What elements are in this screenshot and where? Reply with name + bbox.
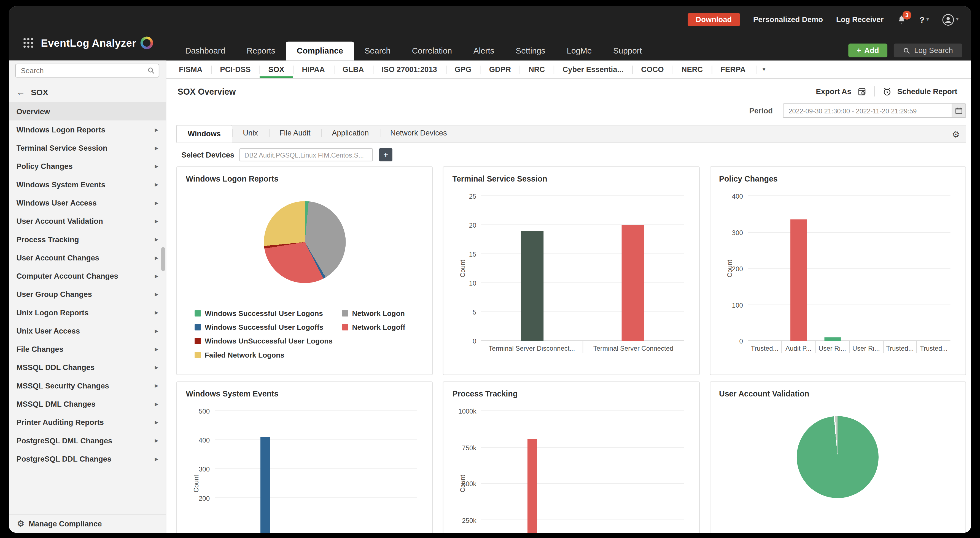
legend-item[interactable]: Windows Successful User Logons (194, 310, 342, 317)
calendar-button[interactable] (951, 104, 966, 118)
sidebar-item-user-group-changes[interactable]: User Group Changes▸ (9, 285, 165, 303)
apps-grid-icon[interactable] (22, 37, 34, 49)
page-title: SOX Overview (178, 87, 235, 96)
plot-area: Count0510152025Terminal Server Disconnec… (482, 196, 684, 341)
compliance-tab-coco[interactable]: COCO (632, 61, 673, 78)
bar[interactable] (622, 225, 644, 341)
download-button[interactable]: Download (687, 13, 740, 26)
schedule-report-button[interactable]: Schedule Report (897, 87, 958, 96)
sidebar-item-postgresql-dml-changes[interactable]: PostgreSQL DML Changes▸ (9, 431, 165, 449)
more-tabs-button[interactable]: ▾ (756, 61, 773, 78)
bar-slot (549, 411, 582, 533)
bar[interactable] (791, 220, 807, 341)
nav-item-logme[interactable]: LogMe (556, 42, 603, 61)
log-receiver-link[interactable]: Log Receiver (836, 15, 883, 24)
nav-item-correlation[interactable]: Correlation (401, 42, 463, 61)
y-tick-label: 0 (740, 337, 743, 345)
bar[interactable] (520, 231, 543, 341)
sidebar-item-file-changes[interactable]: File Changes▸ (9, 340, 165, 358)
manage-compliance-button[interactable]: ⚙ Manage Compliance (9, 514, 165, 533)
nav-item-compliance[interactable]: Compliance (286, 42, 354, 61)
sidebar-item-policy-changes[interactable]: Policy Changes▸ (9, 157, 165, 175)
view-tab-unix[interactable]: Unix (232, 125, 269, 142)
legend-item[interactable]: Windows Successful User Logoffs (194, 323, 342, 331)
export-history-icon[interactable] (857, 87, 866, 96)
bar-slot (316, 411, 350, 533)
sidebar-item-windows-logon-reports[interactable]: Windows Logon Reports▸ (9, 120, 165, 139)
compliance-tab-fisma[interactable]: FISMA (170, 61, 211, 78)
compliance-tab-nerc[interactable]: NERC (673, 61, 712, 78)
y-tick-label: 300 (199, 465, 210, 473)
nav-item-alerts[interactable]: Alerts (463, 42, 505, 61)
personalized-demo-link[interactable]: Personalized Demo (753, 15, 823, 24)
notifications-button[interactable]: 3 (897, 14, 906, 25)
chevron-right-icon: ▸ (155, 236, 158, 243)
sidebar-scrollbar[interactable] (161, 247, 165, 271)
bar[interactable] (261, 437, 270, 533)
nav-item-support[interactable]: Support (603, 42, 652, 61)
nav-item-settings[interactable]: Settings (505, 42, 556, 61)
pie-chart[interactable] (797, 416, 879, 498)
sidebar-item-postgresql-ddl-changes[interactable]: PostgreSQL DDL Changes▸ (9, 449, 165, 468)
sidebar-item-mssql-security-changes[interactable]: MSSQL Security Changes▸ (9, 376, 165, 394)
sidebar-item-printer-auditing-reports[interactable]: Printer Auditing Reports▸ (9, 413, 165, 431)
sidebar-item-windows-user-access[interactable]: Windows User Access▸ (9, 194, 165, 212)
chart-card-policy-changes: Policy ChangesCount0100200300400Trusted.… (710, 166, 966, 375)
legend-item[interactable]: Network Logoff (342, 323, 405, 331)
back-arrow-icon[interactable]: ← (16, 87, 25, 97)
sidebar-item-terminal-service-session[interactable]: Terminal Service Session▸ (9, 139, 165, 157)
sidebar-item-overview[interactable]: Overview (9, 102, 165, 120)
sidebar-item-windows-system-events[interactable]: Windows System Events▸ (9, 175, 165, 193)
bar[interactable] (527, 439, 536, 533)
chart-card-windows-logon-reports: Windows Logon ReportsWindows Successful … (177, 166, 433, 375)
compliance-tab-cyber-essentia[interactable]: Cyber Essentia... (554, 61, 632, 78)
compliance-tab-hipaa[interactable]: HIPAA (293, 61, 334, 78)
nav-item-search[interactable]: Search (354, 42, 401, 61)
compliance-tab-ferpa[interactable]: FERPA (711, 61, 754, 78)
compliance-tab-sox[interactable]: SOX (259, 61, 293, 78)
export-as-button[interactable]: Export As (816, 87, 851, 96)
chart-body: Windows Successful User LogonsWindows Su… (186, 201, 423, 373)
view-tab-file-audit[interactable]: File Audit (269, 125, 321, 142)
legend-item[interactable]: Windows UnSuccessful User Logons (194, 337, 342, 345)
help-button[interactable]: ? ▾ (920, 15, 929, 24)
nav-item-reports[interactable]: Reports (236, 42, 286, 61)
add-device-button[interactable]: + (379, 148, 393, 161)
period-row: Period 2022-09-30 21:30:00 - 2022-11-20 … (166, 97, 971, 118)
sidebar-item-label: Policy Changes (16, 162, 155, 171)
period-input[interactable]: 2022-09-30 21:30:00 - 2022-11-20 21:29:5… (783, 104, 951, 118)
nav-item-dashboard[interactable]: Dashboard (175, 42, 236, 61)
bar[interactable] (824, 337, 840, 341)
chart-body: Count0510152025Terminal Server Disconnec… (452, 187, 690, 359)
compliance-tab-gdpr[interactable]: GDPR (480, 61, 520, 78)
sidebar-item-unix-user-access[interactable]: Unix User Access▸ (9, 322, 165, 340)
sidebar-item-user-account-changes[interactable]: User Account Changes▸ (9, 248, 165, 267)
compliance-tab-glba[interactable]: GLBA (334, 61, 373, 78)
sidebar-item-mssql-dml-changes[interactable]: MSSQL DML Changes▸ (9, 395, 165, 413)
view-tab-network-devices[interactable]: Network Devices (380, 125, 458, 142)
sidebar-item-process-tracking[interactable]: Process Tracking▸ (9, 230, 165, 248)
compliance-tab-pci-dss[interactable]: PCI-DSS (211, 61, 259, 78)
y-tick-label: 200 (732, 265, 743, 272)
search-input[interactable] (15, 64, 159, 78)
compliance-tab-iso-27001-2013[interactable]: ISO 27001:2013 (373, 61, 446, 78)
log-search-button[interactable]: Log Search (894, 43, 963, 57)
sidebar-title: ← SOX (9, 81, 165, 102)
legend-item[interactable]: Network Logon (342, 310, 405, 317)
select-devices-input[interactable]: DB2 Audit,PGSQL,Linux FIM,Centos,S... (240, 148, 373, 161)
view-tab-windows[interactable]: Windows (177, 125, 232, 142)
sidebar-item-mssql-ddl-changes[interactable]: MSSQL DDL Changes▸ (9, 358, 165, 376)
pie-chart[interactable] (264, 201, 345, 283)
y-tick-label: 1000k (458, 407, 476, 415)
chart-card-windows-system-events: Windows System EventsCount200300400500 (177, 382, 433, 533)
sidebar-item-user-account-validation[interactable]: User Account Validation▸ (9, 212, 165, 230)
compliance-tab-gpg[interactable]: GPG (446, 61, 480, 78)
view-tab-application[interactable]: Application (321, 125, 380, 142)
sidebar-item-unix-logon-reports[interactable]: Unix Logon Reports▸ (9, 303, 165, 321)
dashboard-settings-gear-icon[interactable]: ⚙ (952, 129, 966, 142)
legend-item[interactable]: Failed Network Logons (194, 351, 342, 359)
add-button[interactable]: + Add (848, 43, 887, 57)
compliance-tab-nrc[interactable]: NRC (520, 61, 554, 78)
account-button[interactable]: ▾ (942, 14, 958, 26)
sidebar-item-computer-account-changes[interactable]: Computer Account Changes▸ (9, 267, 165, 285)
